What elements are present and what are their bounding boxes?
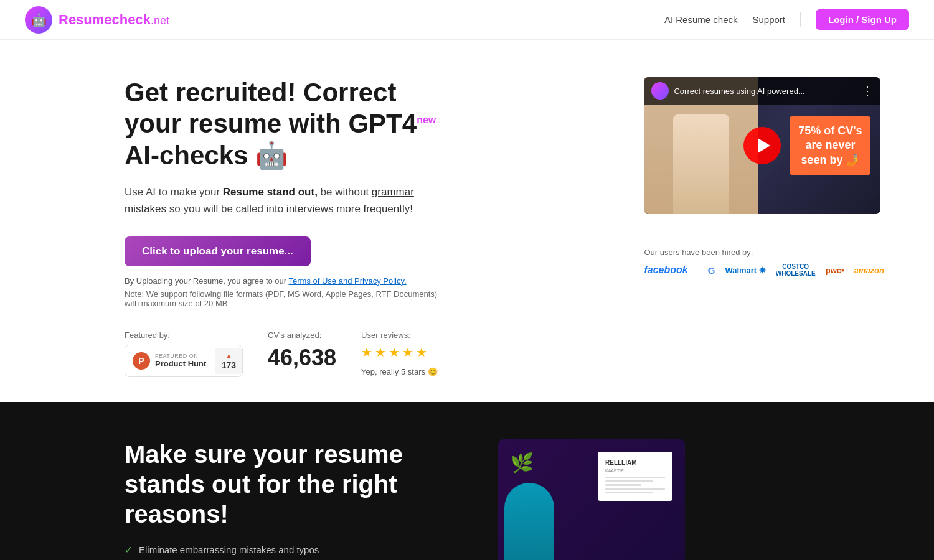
resume-line-1	[605, 477, 665, 478]
amazon-logo: amazon	[854, 266, 884, 275]
dark-title: Make sure your resume stands out for the…	[125, 439, 448, 529]
reviews-label: User reviews:	[361, 330, 437, 340]
dark-list-text: Eliminate embarrassing mistakes and typo…	[139, 544, 319, 555]
star-1: ★	[361, 345, 372, 360]
pwc-logo: pwc▪	[826, 266, 844, 275]
star-2: ★	[375, 345, 386, 360]
channel-avatar	[651, 82, 669, 100]
dark-left: Make sure your resume stands out for the…	[125, 439, 448, 556]
hero-right-column: 75% of CV's are never seen by 🤳 Correct …	[644, 77, 884, 277]
costco-logo: COSTCOWHOLESALE	[776, 263, 816, 277]
video-bg: 75% of CV's are never seen by 🤳 Correct …	[644, 77, 880, 214]
star-3: ★	[389, 345, 400, 360]
resume-line-5	[605, 492, 653, 493]
reviews-block: User reviews: ★ ★ ★ ★ ★ Yep, really 5 st…	[361, 330, 437, 376]
video-title: Correct resumes using AI powered...	[674, 86, 857, 96]
resume-subtitle: KAAPTIR	[605, 469, 665, 473]
featured-label: Featured by:	[125, 330, 243, 340]
nav-ai-resume[interactable]: AI Resume check	[664, 14, 738, 25]
hero-title: Get recruited! Correct your resume with …	[125, 77, 448, 171]
ph-right: ▲ 173	[215, 348, 242, 374]
cvs-block: CV's analyzed: 46,638	[268, 330, 336, 371]
hero-left: Get recruited! Correct your resume with …	[125, 77, 448, 377]
star-5: ★	[416, 345, 427, 360]
nav-divider	[800, 12, 801, 27]
hero-subtitle: Use AI to make your Resume stand out, be…	[125, 184, 448, 217]
facebook-logo: facebook	[644, 264, 687, 276]
person-silhouette	[504, 483, 554, 560]
resume-line-4	[605, 488, 665, 490]
interviews-link[interactable]: interviews more frequently!	[286, 203, 413, 215]
ph-featured: FEATURED ON	[155, 353, 206, 359]
walmart-logo: Walmart ✷	[725, 266, 765, 275]
video-thumbnail[interactable]: 75% of CV's are never seen by 🤳 Correct …	[644, 77, 880, 214]
social-proof: Featured by: P FEATURED ON Product Hunt …	[125, 330, 448, 377]
person-figure	[673, 114, 729, 214]
video-menu-icon[interactable]: ⋮	[862, 84, 873, 98]
ph-name: Product Hunt	[155, 359, 206, 368]
hero-section: Get recruited! Correct your resume with …	[0, 40, 934, 402]
file-note: Note: We support following file formats …	[125, 289, 448, 308]
hired-section: Our users have been hired by: facebook G…	[644, 248, 884, 277]
ph-logo: P	[133, 352, 150, 370]
google-logo: G	[708, 265, 715, 276]
dark-right: 🌿 RELLLIAM KAAPTIR	[498, 439, 697, 560]
video-overlay-stat: 75% of CV's are never seen by 🤳	[790, 116, 870, 175]
dark-list: ✓ Eliminate embarrassing mistakes and ty…	[125, 544, 448, 556]
dark-list-item: ✓ Eliminate embarrassing mistakes and ty…	[125, 544, 448, 556]
resume-line-2	[605, 480, 653, 482]
company-logos: facebook G Walmart ✷ COSTCOWHOLESALE pwc…	[644, 263, 884, 277]
check-icon: ✓	[125, 544, 133, 556]
resume-name: RELLLIAM	[605, 459, 665, 466]
product-hunt-block: Featured by: P FEATURED ON Product Hunt …	[125, 330, 243, 377]
product-hunt-badge[interactable]: P FEATURED ON Product Hunt ▲ 173	[125, 345, 243, 377]
ph-arrow: ▲	[225, 352, 232, 360]
cvs-label: CV's analyzed:	[268, 330, 336, 340]
ph-left: P FEATURED ON Product Hunt	[125, 347, 215, 375]
nav-support[interactable]: Support	[752, 14, 785, 25]
logo[interactable]: 🤖 Resumecheck.net	[25, 6, 169, 34]
logo-text: Resumecheck.net	[59, 12, 169, 28]
video-title-bar: Correct resumes using AI powered... ⋮	[644, 77, 880, 105]
video-play-button[interactable]	[743, 127, 781, 164]
review-text: Yep, really 5 stars 😊	[361, 367, 437, 376]
terms-text: By Uploading your Resume, you agree to o…	[125, 276, 448, 286]
terms-link[interactable]: Terms of Use and Privacy Policy.	[289, 276, 407, 286]
navbar: 🤖 Resumecheck.net AI Resume check Suppor…	[0, 0, 934, 40]
cvs-count: 46,638	[268, 345, 336, 371]
play-icon	[758, 138, 770, 153]
hero-title-new-badge: new	[417, 114, 436, 125]
star-rating: ★ ★ ★ ★ ★	[361, 345, 437, 360]
resume-lines	[605, 477, 665, 493]
resume-card: RELLLIAM KAAPTIR	[598, 452, 672, 501]
logo-icon: 🤖	[25, 6, 52, 34]
star-4: ★	[402, 345, 413, 360]
ph-text: FEATURED ON Product Hunt	[155, 353, 206, 368]
plant-decoration: 🌿	[511, 452, 534, 474]
resume-line-3	[605, 484, 641, 486]
dark-section: Make sure your resume stands out for the…	[0, 402, 934, 560]
hired-label: Our users have been hired by:	[644, 248, 884, 257]
upload-button[interactable]: Click to upload your resume...	[125, 236, 311, 266]
resume-preview: 🌿 RELLLIAM KAAPTIR	[498, 439, 685, 560]
login-button[interactable]: Login / Sign Up	[816, 9, 909, 30]
ph-count: 173	[222, 360, 236, 370]
nav-links: AI Resume check Support Login / Sign Up	[664, 9, 909, 30]
